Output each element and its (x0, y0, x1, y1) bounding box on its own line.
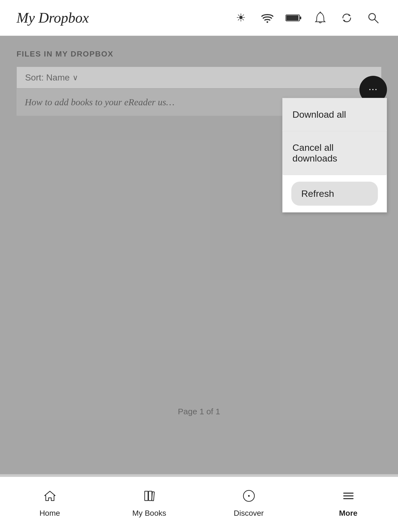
nav-item-my-books[interactable]: My Books (99, 489, 199, 518)
dropdown-item-wrapper-cancel: Cancel all downloads (283, 131, 387, 175)
nav-label-discover: Discover (234, 509, 264, 518)
svg-rect-9 (152, 492, 154, 501)
svg-rect-7 (145, 491, 148, 501)
bottom-nav: Home My Books Discover (0, 474, 398, 532)
dropdown-item-wrapper-refresh: Refresh (283, 175, 387, 212)
svg-rect-3 (300, 17, 301, 19)
dropdown-item-wrapper-download: Download all (283, 98, 387, 131)
dropdown-menu: Download all Cancel all downloads Refres… (282, 98, 387, 213)
download-all-button[interactable]: Download all (283, 98, 387, 131)
svg-point-0 (267, 21, 268, 23)
search-icon[interactable] (365, 10, 381, 26)
cancel-all-downloads-button[interactable]: Cancel all downloads (283, 131, 387, 175)
nav-label-home: Home (39, 509, 60, 518)
svg-line-6 (375, 19, 378, 23)
notification-icon[interactable] (312, 10, 329, 26)
svg-rect-2 (286, 15, 298, 20)
nav-item-discover[interactable]: Discover (199, 489, 298, 518)
download-all-label: Download all (292, 109, 346, 120)
page-title: My Dropbox (17, 10, 89, 26)
nav-item-more[interactable]: More (298, 489, 398, 518)
svg-point-11 (248, 495, 250, 497)
discover-icon (242, 489, 256, 506)
brightness-icon[interactable]: ☀ (233, 10, 249, 26)
more-icon (341, 489, 355, 506)
dropdown-menu-inner: Download all Cancel all downloads Refres… (283, 98, 387, 212)
main-content: FILES IN MY DROPBOX Sort: Name ∨ How to … (0, 36, 398, 477)
header: My Dropbox ☀ (0, 0, 398, 36)
sync-icon[interactable] (338, 10, 355, 26)
wifi-icon (259, 10, 276, 26)
nav-item-home[interactable]: Home (0, 489, 99, 518)
header-icons: ☀ (233, 10, 381, 26)
refresh-label: Refresh (301, 188, 334, 199)
svg-rect-8 (149, 491, 152, 501)
my-books-icon (142, 489, 156, 506)
nav-label-my-books: My Books (132, 509, 166, 518)
cancel-downloads-label: Cancel all downloads (292, 142, 337, 163)
battery-icon (286, 10, 302, 26)
home-icon (43, 489, 57, 506)
refresh-button[interactable]: Refresh (291, 182, 378, 206)
nav-label-more: More (339, 509, 357, 518)
ellipsis-icon: ··· (369, 84, 378, 95)
